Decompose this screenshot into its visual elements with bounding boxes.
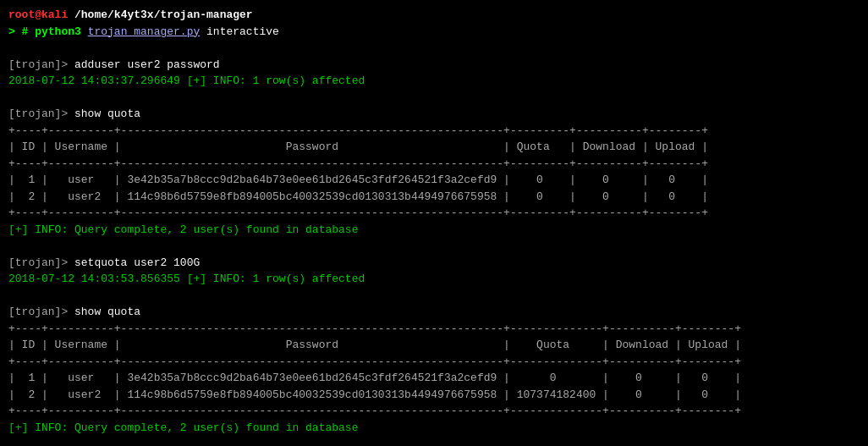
blank-3 xyxy=(8,238,860,255)
table2-row1: | 1 | user | 3e42b35a7b8ccc9d2ba64b73e0e… xyxy=(8,370,860,387)
cwd: /home/k4yt3x/trojan-manager xyxy=(68,8,252,21)
terminal-window: root@kali /home/k4yt3x/trojan-manager > … xyxy=(8,7,860,446)
table2-top-border: +----+----------+-----------------------… xyxy=(8,321,860,338)
blank-1 xyxy=(8,40,860,57)
table2-header: | ID | Username | Password | Quota | Dow… xyxy=(8,337,860,354)
table2-bottom-border: +----+----------+-----------------------… xyxy=(8,403,860,420)
blank-4 xyxy=(8,288,860,305)
prompt-hash: > # xyxy=(8,25,35,38)
python3-cmd: python3 xyxy=(35,25,87,38)
setquota-cmd: [trojan]> setquota user2 100G xyxy=(8,255,860,272)
cmd-args: interactive xyxy=(200,25,279,38)
setquota-info: 2018-07-12 14:03:53.856355 [+] INFO: 1 r… xyxy=(8,271,860,288)
table1-top-border: +----+----------+-----------------------… xyxy=(8,123,860,140)
table1-bottom-border: +----+----------+-----------------------… xyxy=(8,205,860,222)
query-info-2: [+] INFO: Query complete, 2 user(s) foun… xyxy=(8,420,860,437)
blank-2 xyxy=(8,90,860,107)
table1-row1: | 1 | user | 3e42b35a7b8ccc9d2ba64b73e0e… xyxy=(8,172,860,189)
table1-header-border: +----+----------+-----------------------… xyxy=(8,156,860,173)
table1-row2: | 2 | user2 | 114c98b6d5759e8fb894005bc4… xyxy=(8,189,860,206)
script-name: trojan_manager.py xyxy=(88,25,201,38)
command-line-1: > # python3 trojan_manager.py interactiv… xyxy=(8,24,860,41)
table1-header: | ID | Username | Password | Quota | Dow… xyxy=(8,139,860,156)
show-quota-cmd-1: [trojan]> show quota xyxy=(8,106,860,123)
blank-5 xyxy=(8,436,860,446)
user-host: root@kali xyxy=(8,8,68,21)
show-quota-cmd-2: [trojan]> show quota xyxy=(8,304,860,321)
table2-header-border: +----+----------+-----------------------… xyxy=(8,354,860,371)
adduser-cmd: [trojan]> adduser user2 password xyxy=(8,57,860,74)
adduser-info: 2018-07-12 14:03:37.296649 [+] INFO: 1 r… xyxy=(8,73,860,90)
query-info-1: [+] INFO: Query complete, 2 user(s) foun… xyxy=(8,222,860,239)
terminal-header: root@kali /home/k4yt3x/trojan-manager xyxy=(8,7,860,24)
table2-row2: | 2 | user2 | 114c98b6d5759e8fb894005bc4… xyxy=(8,387,860,404)
